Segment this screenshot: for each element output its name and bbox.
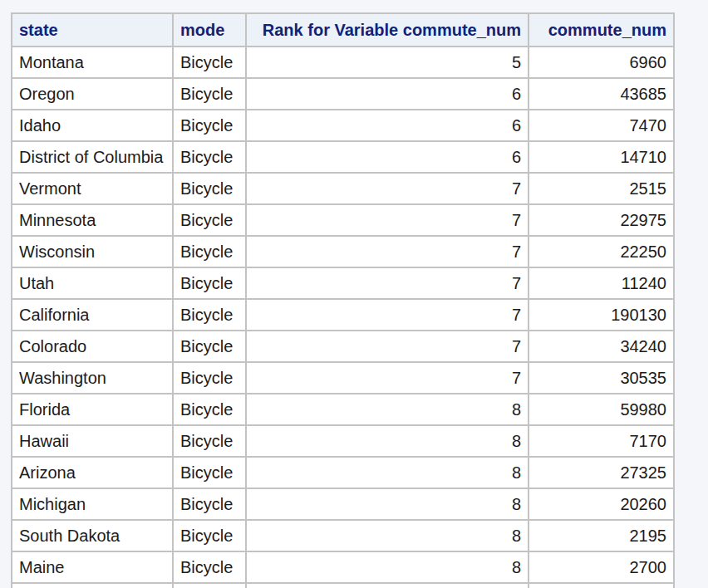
cell-rank: 7 [246,173,529,204]
table-row: WashingtonBicycle730535 [12,362,674,394]
rank-results-table: state mode Rank for Variable commute_num… [11,12,675,588]
column-header-mode: mode [173,13,246,47]
cell-state: Michigan [12,488,173,520]
cell-mode: Bicycle [173,520,246,551]
cell-state: Hawaii [12,425,173,457]
cell-rank: 7 [246,331,529,362]
cell-state [12,583,173,588]
cell-rank: 6 [246,141,529,173]
table-row: VermontBicycle72515 [12,173,674,204]
cell-commute_num: 27325 [529,457,674,488]
cell-rank: 7 [246,267,529,299]
cell-mode: Bicycle [173,173,246,204]
cell-commute_num: 6960 [529,47,674,78]
cell-state: Montana [12,47,173,78]
cell-commute_num: 2195 [529,520,674,551]
cell-rank: 6 [246,110,529,141]
cell-state: Oregon [12,78,173,110]
cell-state: South Dakota [12,520,173,551]
table-row: HawaiiBicycle87170 [12,425,674,457]
cell-commute_num: 7170 [529,425,674,457]
cell-mode: Bicycle [173,141,246,173]
cell-mode: Bicycle [173,362,246,394]
cell-rank: 8 [246,457,529,488]
cell-commute_num: 2700 [529,551,674,583]
column-header-commute-num: commute_num [529,13,674,47]
cell-state: Idaho [12,110,173,141]
cell-commute_num: 7470 [529,110,674,141]
cell-commute_num: 43685 [529,78,674,110]
cell-rank: 8 [246,520,529,551]
table-row: CaliforniaBicycle7190130 [12,299,674,331]
table-row: FloridaBicycle859980 [12,394,674,425]
cell-state: Wisconsin [12,236,173,267]
cell-mode: Bicycle [173,457,246,488]
column-header-state: state [12,13,173,47]
results-table-container: state mode Rank for Variable commute_num… [11,12,673,588]
cell-commute_num: 59980 [529,394,674,425]
cell-state: Vermont [12,173,173,204]
cell-mode: Bicycle [173,78,246,110]
cell-mode [173,583,246,588]
table-body: MontanaBicycle56960OregonBicycle643685Id… [12,47,674,588]
cell-rank: 7 [246,299,529,331]
cell-mode: Bicycle [173,110,246,141]
table-row: South DakotaBicycle82195 [12,520,674,551]
cell-state: Arizona [12,457,173,488]
table-row-partial [12,583,674,588]
table-row: MontanaBicycle56960 [12,47,674,78]
cell-state: Florida [12,394,173,425]
cell-state: California [12,299,173,331]
cell-rank: 5 [246,47,529,78]
cell-mode: Bicycle [173,299,246,331]
cell-mode: Bicycle [173,394,246,425]
table-row: ColoradoBicycle734240 [12,331,674,362]
cell-commute_num [529,583,674,588]
cell-state: Washington [12,362,173,394]
table-row: OregonBicycle643685 [12,78,674,110]
table-row: UtahBicycle711240 [12,267,674,299]
cell-rank: 8 [246,551,529,583]
cell-commute_num: 22250 [529,236,674,267]
table-row: MichiganBicycle820260 [12,488,674,520]
cell-commute_num: 11240 [529,267,674,299]
cell-mode: Bicycle [173,331,246,362]
cell-rank: 8 [246,394,529,425]
cell-state: Minnesota [12,204,173,236]
cell-mode: Bicycle [173,425,246,457]
cell-commute_num: 34240 [529,331,674,362]
cell-rank: 7 [246,204,529,236]
header-row: state mode Rank for Variable commute_num… [12,13,674,47]
cell-commute_num: 30535 [529,362,674,394]
cell-state: Colorado [12,331,173,362]
cell-mode: Bicycle [173,551,246,583]
cell-rank: 8 [246,488,529,520]
cell-mode: Bicycle [173,267,246,299]
cell-commute_num: 20260 [529,488,674,520]
table-row: IdahoBicycle67470 [12,110,674,141]
cell-mode: Bicycle [173,488,246,520]
cell-state: District of Columbia [12,141,173,173]
table-row: WisconsinBicycle722250 [12,236,674,267]
table-row: ArizonaBicycle827325 [12,457,674,488]
column-header-rank: Rank for Variable commute_num [246,13,529,47]
table-row: MaineBicycle82700 [12,551,674,583]
cell-rank [246,583,529,588]
cell-rank: 7 [246,362,529,394]
table-row: MinnesotaBicycle722975 [12,204,674,236]
cell-mode: Bicycle [173,236,246,267]
cell-state: Utah [12,267,173,299]
cell-state: Maine [12,551,173,583]
cell-mode: Bicycle [173,47,246,78]
results-page: { "page": { "background": "#f5f6fa" }, "… [0,0,708,588]
table-header: state mode Rank for Variable commute_num… [12,13,674,47]
cell-commute_num: 190130 [529,299,674,331]
cell-rank: 8 [246,425,529,457]
cell-rank: 6 [246,78,529,110]
cell-rank: 7 [246,236,529,267]
table-row: District of ColumbiaBicycle614710 [12,141,674,173]
cell-commute_num: 2515 [529,173,674,204]
cell-mode: Bicycle [173,204,246,236]
cell-commute_num: 22975 [529,204,674,236]
cell-commute_num: 14710 [529,141,674,173]
